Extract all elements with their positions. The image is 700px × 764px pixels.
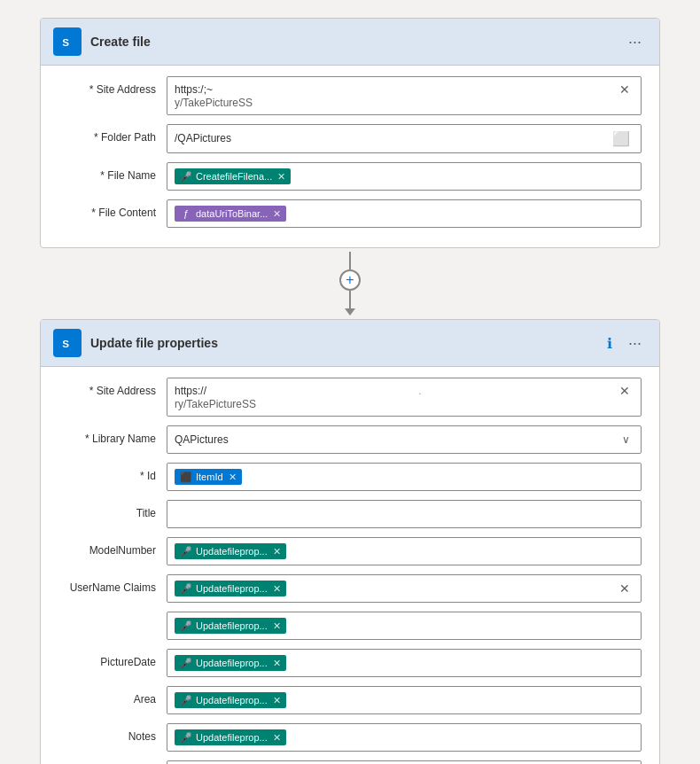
username-claims-token-text2: Updatefileprop... xyxy=(196,620,268,631)
svg-text:S: S xyxy=(62,36,69,48)
model-number-row: ModelNumber 🎤 Updatefileprop... ✕ xyxy=(58,537,642,565)
library-name-input[interactable]: QAPictures ∨ xyxy=(167,425,642,454)
library-name-row: * Library Name QAPictures ∨ xyxy=(58,425,642,454)
update-site-address-clear[interactable]: ✕ xyxy=(616,384,634,398)
picture-date-label: PictureDate xyxy=(58,649,156,668)
update-site-address-input[interactable]: https:// . ✕ ry/TakePictureSS xyxy=(167,378,642,417)
folder-path-label: * Folder Path xyxy=(58,124,156,144)
username-claims-token2: 🎤 Updatefileprop... ✕ xyxy=(175,618,286,634)
title-label: Title xyxy=(58,500,156,519)
title-input[interactable] xyxy=(167,500,642,528)
username-claims-row2: 🎤 Updatefileprop... ✕ xyxy=(58,612,642,640)
flow-container: S Create file ··· * Site Address https:/… xyxy=(18,18,682,764)
username-claims-label: UserName Claims xyxy=(58,574,156,594)
file-name-token-close[interactable]: ✕ xyxy=(277,171,285,183)
id-row: * Id ⬛ ItemId ✕ xyxy=(58,463,642,491)
area-label: Area xyxy=(58,686,156,706)
username-claims-input2[interactable]: 🎤 Updatefileprop... ✕ xyxy=(167,612,642,640)
area-row: Area 🎤 Updatefileprop... ✕ xyxy=(58,686,642,714)
folder-path-row: * Folder Path /QAPictures ⬜ xyxy=(58,124,642,153)
update-info-button[interactable]: ℹ xyxy=(603,333,616,354)
username-claims-input[interactable]: 🎤 Updatefileprop... ✕ ✕ xyxy=(167,574,642,603)
file-content-input[interactable]: ƒ dataUriToBinar... ✕ xyxy=(167,199,642,228)
username-claims-token: 🎤 Updatefileprop... ✕ xyxy=(175,581,286,596)
model-year-input[interactable]: 🎤 Updatefileprop... ✕ xyxy=(167,760,642,764)
create-file-body: * Site Address https:/;~ ✕ y/TakePicture… xyxy=(41,66,659,247)
id-token: ⬛ ItemId ✕ xyxy=(175,469,242,485)
file-content-token-icon: ƒ xyxy=(180,207,192,220)
sharepoint-icon: S xyxy=(53,27,82,56)
model-number-input[interactable]: 🎤 Updatefileprop... ✕ xyxy=(167,537,642,565)
update-file-props-card: S Update file properties ℹ ··· * Site Ad… xyxy=(40,319,660,764)
notes-token: 🎤 Updatefileprop... ✕ xyxy=(175,729,286,745)
folder-path-input[interactable]: /QAPictures ⬜ xyxy=(167,124,642,153)
file-name-token-icon: 🎤 xyxy=(180,170,192,183)
folder-path-value: /QAPictures xyxy=(175,131,231,146)
update-file-props-body: * Site Address https:// . ✕ ry/TakePictu… xyxy=(41,367,659,764)
flow-connector: + xyxy=(339,248,361,319)
file-content-token-text: dataUriToBinar... xyxy=(196,208,268,219)
file-name-token-text: CreatefileFilena... xyxy=(196,171,272,182)
create-file-card: S Create file ··· * Site Address https:/… xyxy=(40,18,660,248)
site-address-input[interactable]: https:/;~ ✕ y/TakePictureSS xyxy=(167,76,642,115)
create-file-menu: ··· xyxy=(623,31,647,53)
update-site-address-label: * Site Address xyxy=(58,378,156,397)
picture-date-token: 🎤 Updatefileprop... ✕ xyxy=(175,655,286,671)
update-site-address-line1: https:// xyxy=(175,385,206,397)
create-file-title: Create file xyxy=(90,35,614,49)
username-claims-token-icon2: 🎤 xyxy=(180,620,192,632)
area-token-close[interactable]: ✕ xyxy=(273,695,281,706)
add-step-button[interactable]: + xyxy=(339,269,361,291)
site-address-row: * Site Address https:/;~ ✕ y/TakePicture… xyxy=(58,76,642,115)
area-token-icon: 🎤 xyxy=(180,694,192,706)
picture-date-token-text: Updatefileprop... xyxy=(196,658,268,668)
file-name-input[interactable]: 🎤 CreatefileFilena... ✕ xyxy=(167,162,642,191)
id-label: * Id xyxy=(58,463,156,482)
id-input[interactable]: ⬛ ItemId ✕ xyxy=(167,463,642,491)
notes-row: Notes 🎤 Updatefileprop... ✕ xyxy=(58,723,642,752)
model-number-token: 🎤 Updatefileprop... ✕ xyxy=(175,543,286,559)
username-claims-field-clear[interactable]: ✕ xyxy=(616,581,634,596)
file-name-token: 🎤 CreatefileFilena... ✕ xyxy=(175,168,291,184)
file-content-token-close[interactable]: ✕ xyxy=(273,208,281,220)
notes-label: Notes xyxy=(58,723,156,743)
create-file-more-button[interactable]: ··· xyxy=(623,31,647,53)
update-file-props-menu: ℹ ··· xyxy=(603,332,647,355)
model-year-row: ModelYear 🎤 Updatefileprop... ✕ xyxy=(58,760,642,764)
model-number-token-icon: 🎤 xyxy=(180,545,192,557)
create-file-header: S Create file ··· xyxy=(41,19,659,66)
file-content-row: * File Content ƒ dataUriToBinar... ✕ xyxy=(58,199,642,228)
area-token: 🎤 Updatefileprop... ✕ xyxy=(175,692,286,708)
library-name-dropdown[interactable]: ∨ xyxy=(618,433,634,446)
area-input[interactable]: 🎤 Updatefileprop... ✕ xyxy=(167,686,642,714)
id-token-text: ItemId xyxy=(196,472,223,482)
notes-token-text: Updatefileprop... xyxy=(196,732,268,743)
title-row: Title xyxy=(58,500,642,528)
site-address-clear[interactable]: ✕ xyxy=(616,82,634,97)
notes-input[interactable]: 🎤 Updatefileprop... ✕ xyxy=(167,723,642,752)
model-number-label: ModelNumber xyxy=(58,537,156,557)
file-content-token: ƒ dataUriToBinar... ✕ xyxy=(175,206,286,222)
model-year-label: ModelYear xyxy=(58,760,156,764)
notes-token-close[interactable]: ✕ xyxy=(273,732,281,744)
notes-token-icon: 🎤 xyxy=(180,731,192,744)
model-number-token-text: Updatefileprop... xyxy=(196,546,268,557)
connector-line-top xyxy=(349,252,351,269)
username-claims-token-close2[interactable]: ✕ xyxy=(273,620,281,632)
file-name-row: * File Name 🎤 CreatefileFilena... ✕ xyxy=(58,162,642,191)
username-claims-token-text: Updatefileprop... xyxy=(196,583,268,594)
library-name-label: * Library Name xyxy=(58,425,156,445)
update-more-button[interactable]: ··· xyxy=(623,332,647,355)
add-step-icon: + xyxy=(346,272,354,288)
id-token-close[interactable]: ✕ xyxy=(229,472,237,483)
update-site-address-row: * Site Address https:// . ✕ ry/TakePictu… xyxy=(58,378,642,417)
username-claims-token-close[interactable]: ✕ xyxy=(273,583,281,595)
update-sharepoint-icon: S xyxy=(53,329,82,357)
site-address-label: * Site Address xyxy=(58,76,156,96)
model-number-token-close[interactable]: ✕ xyxy=(273,546,281,557)
site-address-line1: https:/;~ xyxy=(175,83,213,96)
file-name-label: * File Name xyxy=(58,162,156,182)
picture-date-input[interactable]: 🎤 Updatefileprop... ✕ xyxy=(167,649,642,677)
picture-date-token-close[interactable]: ✕ xyxy=(273,658,281,669)
folder-path-browse[interactable]: ⬜ xyxy=(609,130,634,147)
